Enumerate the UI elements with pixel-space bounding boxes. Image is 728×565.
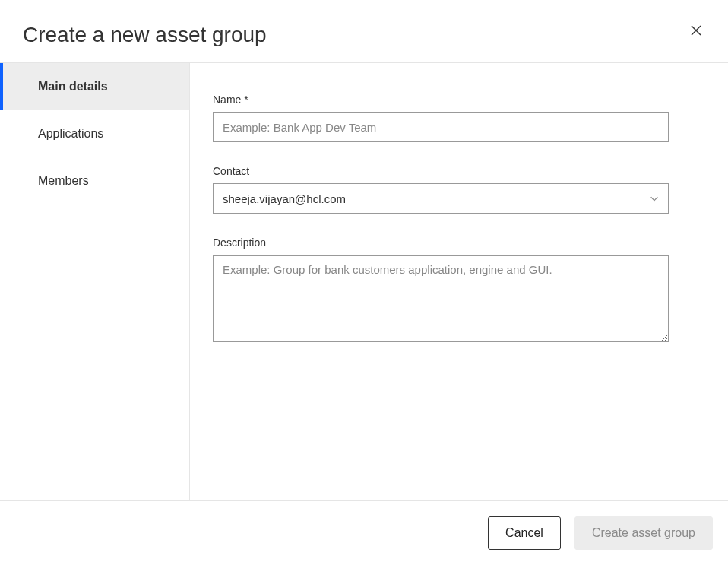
sidebar-item-label: Main details — [38, 80, 108, 93]
sidebar-item-label: Applications — [38, 127, 103, 140]
name-input[interactable] — [213, 112, 669, 142]
form-panel: Name * Contact sheeja.vijayan@hcl.com De… — [190, 63, 728, 500]
contact-label: Contact — [213, 165, 690, 177]
sidebar: Main details Applications Members — [0, 63, 190, 500]
contact-select[interactable]: sheeja.vijayan@hcl.com — [213, 183, 669, 214]
description-input[interactable] — [213, 255, 669, 342]
sidebar-item-members[interactable]: Members — [0, 157, 189, 205]
sidebar-item-label: Members — [38, 174, 89, 187]
contact-selected-text: sheeja.vijayan@hcl.com — [223, 192, 346, 205]
dialog-title: Create a new asset group — [23, 23, 267, 47]
field-name: Name * — [213, 94, 690, 142]
close-icon — [690, 24, 702, 37]
cancel-button[interactable]: Cancel — [488, 516, 561, 550]
close-button[interactable] — [687, 21, 705, 40]
field-contact: Contact sheeja.vijayan@hcl.com — [213, 165, 690, 214]
name-label: Name * — [213, 94, 690, 106]
dialog-body: Main details Applications Members Name *… — [0, 63, 728, 501]
field-description: Description — [213, 236, 690, 345]
dialog-footer: Cancel Create asset group — [0, 501, 728, 565]
create-asset-group-button[interactable]: Create asset group — [574, 516, 713, 550]
description-label: Description — [213, 236, 690, 249]
dialog-header: Create a new asset group — [0, 0, 728, 63]
sidebar-item-main-details[interactable]: Main details — [0, 63, 189, 110]
contact-select-value: sheeja.vijayan@hcl.com — [213, 183, 669, 214]
sidebar-item-applications[interactable]: Applications — [0, 110, 189, 157]
